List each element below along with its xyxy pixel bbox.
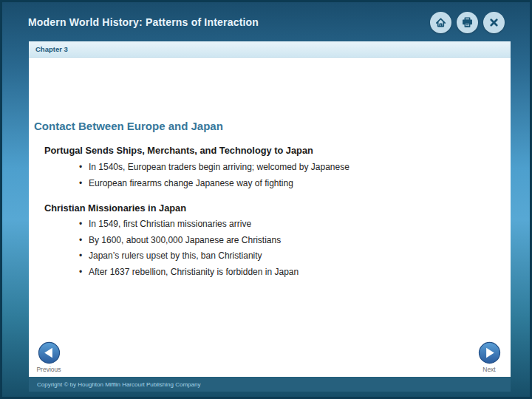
app-window: Modern World History: Patterns of Intera… [0,0,532,399]
chapter-bar: Chapter 3 [29,41,511,58]
list-item: • In 1540s, European traders begin arriv… [79,162,349,178]
bullet-list-portugal: • In 1540s, European traders begin arriv… [79,162,349,194]
home-button[interactable] [430,12,451,33]
bullet-marker: • [79,219,89,229]
list-item: • Japan’s rulers upset by this, ban Chri… [79,250,299,267]
bullet-text: In 1540s, European traders begin arrivin… [89,162,349,172]
bullet-marker: • [79,267,89,277]
next-button[interactable]: Next [477,341,502,373]
slide-content: Contact Between Europe and Japan Portuga… [29,58,511,377]
bullet-marker: • [79,178,89,188]
home-icon [434,16,448,30]
bullet-text: By 1600, about 300,000 Japanese are Chri… [89,235,281,245]
previous-button[interactable]: Previous [36,341,61,373]
header-toolbar [430,12,505,33]
chapter-label: Chapter 3 [35,45,68,53]
bullet-marker: • [79,235,89,245]
slide-title: Contact Between Europe and Japan [34,120,223,132]
next-arrow-icon [477,341,502,364]
previous-arrow-icon [36,341,61,364]
print-button[interactable] [457,12,478,33]
close-button[interactable] [483,12,505,33]
bullet-text: European firearms change Japanese way of… [89,178,293,188]
print-icon [460,16,474,30]
copyright-text: Copyright © by Houghton Mifflin Harcourt… [37,381,200,388]
app-title: Modern World History: Patterns of Intera… [28,16,259,28]
list-item: • After 1637 rebellion, Christianity is … [79,267,299,283]
bullet-list-missionaries: • In 1549, first Christian missionaries … [79,219,299,282]
copyright-bar: Copyright © by Houghton Mifflin Harcourt… [29,377,511,392]
bullet-marker: • [79,162,89,172]
bullet-marker: • [79,250,89,261]
list-item: • By 1600, about 300,000 Japanese are Ch… [79,235,299,251]
close-icon [487,16,501,30]
slide-panel: Chapter 3 Contact Between Europe and Jap… [29,41,511,392]
bullet-text: In 1549, first Christian missionaries ar… [89,219,251,229]
list-item: • In 1549, first Christian missionaries … [79,219,299,235]
bullet-text: After 1637 rebellion, Christianity is fo… [89,267,299,277]
section-heading-portugal: Portugal Sends Ships, Merchants, and Tec… [44,145,313,156]
next-label: Next [477,366,502,373]
bullet-text: Japan’s rulers upset by this, ban Christ… [89,250,262,261]
previous-label: Previous [36,366,61,373]
list-item: • European firearms change Japanese way … [79,178,349,194]
section-heading-missionaries: Christian Missionaries in Japan [44,202,186,214]
